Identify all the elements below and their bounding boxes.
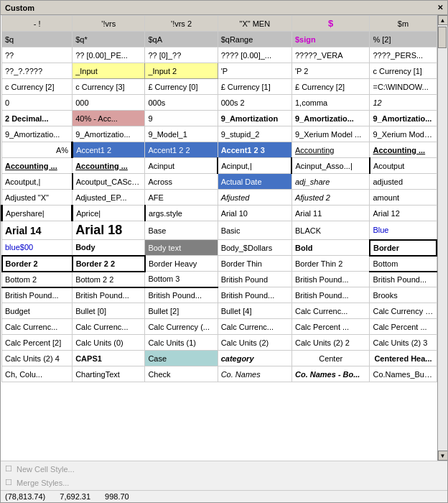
- list-item[interactable]: British Pound...: [370, 272, 437, 287]
- list-item[interactable]: 2 Decimal...: [2, 111, 73, 126]
- list-item[interactable]: 9_Amortization: [218, 111, 291, 126]
- list-item[interactable]: Arial 12: [370, 206, 437, 221]
- list-item[interactable]: Across: [145, 174, 218, 190]
- scroll-down-button[interactable]: ▼: [438, 451, 448, 461]
- vertical-scrollbar[interactable]: ▲ ▼: [437, 15, 447, 461]
- list-item[interactable]: Acinput_Asso...|: [291, 158, 369, 174]
- list-item[interactable]: 9_Xerium Model ...: [370, 126, 437, 142]
- list-item[interactable]: adjusted: [370, 174, 437, 190]
- list-item[interactable]: Bold: [291, 240, 369, 256]
- table-row[interactable]: Calc Currenc...Calc Currenc...Calc Curre…: [2, 319, 437, 335]
- list-item[interactable]: Calc Units (2) 4: [2, 351, 73, 366]
- list-item[interactable]: Bottom 3: [145, 272, 218, 287]
- list-item[interactable]: £ Currency [2]: [291, 79, 369, 95]
- list-item[interactable]: "X" MEN: [218, 16, 291, 32]
- list-item[interactable]: Bullet [0]: [73, 303, 145, 319]
- list-item[interactable]: Calc Currenc...: [73, 319, 145, 335]
- table-row[interactable]: blue$00BodyBody textBody_$DollarsBoldBor…: [2, 240, 437, 256]
- list-item[interactable]: Aprice|: [73, 206, 145, 221]
- table-row[interactable]: Calc Units (2) 4CAPS1CasecategoryCenterC…: [2, 351, 437, 366]
- list-item[interactable]: Afjusted 2: [291, 190, 369, 206]
- list-item[interactable]: Arial 11: [291, 206, 369, 221]
- list-item[interactable]: British Pound...: [145, 287, 218, 303]
- list-item[interactable]: Border Thin: [218, 256, 291, 272]
- list-item[interactable]: _Input: [73, 63, 145, 79]
- merge-styles-button[interactable]: ☐ Merge Styles...: [5, 476, 443, 489]
- list-item[interactable]: Calc Units (2) 2: [291, 335, 369, 351]
- list-item[interactable]: Border Heavy: [145, 256, 218, 272]
- table-row[interactable]: ???? [0.00]_PE...?? [0]_?????? [0.00]_..…: [2, 47, 437, 63]
- list-item[interactable]: - !: [2, 16, 73, 32]
- list-item[interactable]: adj_share: [291, 174, 369, 190]
- list-item[interactable]: Calc Percent ...: [291, 319, 369, 335]
- new-cell-style-button[interactable]: ☐ New Cell Style...: [5, 463, 443, 475]
- list-item[interactable]: $: [291, 16, 369, 32]
- list-item[interactable]: Ch, Colu...: [2, 366, 73, 382]
- list-item[interactable]: 9_Xerium Model ...: [291, 126, 369, 142]
- list-item[interactable]: ??_?.????: [2, 63, 73, 79]
- list-item[interactable]: Bottom 2 2: [73, 272, 145, 287]
- list-item[interactable]: Apershare|: [2, 206, 73, 221]
- table-row[interactable]: Ch, Colu...ChartingTextCheckCo. NamesCo.…: [2, 366, 437, 382]
- merge-styles-label[interactable]: Merge Styles...: [17, 479, 69, 487]
- list-item[interactable]: £ Currency [0]: [145, 79, 218, 95]
- list-item[interactable]: Calc Units (2): [218, 335, 291, 351]
- list-item[interactable]: Co. Names - Bo...: [291, 366, 369, 382]
- list-item[interactable]: % [2]: [370, 32, 437, 47]
- list-item[interactable]: $sign: [291, 32, 369, 47]
- list-item[interactable]: $qRange: [218, 32, 291, 47]
- table-row[interactable]: Arial 14Arial 18BaseBasicBLACKBlue: [2, 221, 437, 240]
- list-item[interactable]: 1,comma: [291, 95, 369, 111]
- list-item[interactable]: c Currency [2]: [2, 79, 73, 95]
- list-item[interactable]: category: [218, 351, 291, 366]
- list-item[interactable]: CAPS1: [73, 351, 145, 366]
- table-row[interactable]: 0000000s000s 21,comma12: [2, 95, 437, 111]
- list-item[interactable]: Calc Currenc...: [2, 319, 73, 335]
- scroll-thumb[interactable]: [438, 27, 447, 48]
- list-item[interactable]: British Pound: [218, 272, 291, 287]
- list-item[interactable]: ???? [0.00]_...: [218, 47, 291, 63]
- list-item[interactable]: '!vrs: [73, 16, 145, 32]
- list-item[interactable]: Base: [145, 221, 218, 240]
- list-item[interactable]: Accent1 2 2: [145, 142, 218, 158]
- list-item[interactable]: Brooks: [370, 287, 437, 303]
- list-item[interactable]: Calc Percent [2]: [2, 335, 73, 351]
- table-row[interactable]: Calc Percent [2]Calc Units (0)Calc Units…: [2, 335, 437, 351]
- list-item[interactable]: Accounting ...: [73, 158, 145, 174]
- table-row[interactable]: c Currency [2]c Currency [3]£ Currency […: [2, 79, 437, 95]
- list-item[interactable]: Acinput,|: [218, 158, 291, 174]
- list-item[interactable]: Calc Currency (...: [370, 303, 437, 319]
- list-item[interactable]: ChartingText: [73, 366, 145, 382]
- list-item[interactable]: British Pound...: [291, 287, 369, 303]
- list-item[interactable]: BLACK: [291, 221, 369, 240]
- list-item[interactable]: 9_Amortizatio...: [73, 126, 145, 142]
- table-row[interactable]: British Pound...British Pound...British …: [2, 287, 437, 303]
- list-item[interactable]: 000: [73, 95, 145, 111]
- list-item[interactable]: Co. Names: [218, 366, 291, 382]
- list-item[interactable]: c Currency [3]: [73, 79, 145, 95]
- list-item[interactable]: '!vrs 2: [145, 16, 218, 32]
- list-item[interactable]: AFE: [145, 190, 218, 206]
- list-item[interactable]: 'P: [218, 63, 291, 79]
- table-row[interactable]: BudgetBullet [0]Bullet [2]Bullet [4]Calc…: [2, 303, 437, 319]
- table-row[interactable]: Border 2Border 2 2Border HeavyBorder Thi…: [2, 256, 437, 272]
- table-row[interactable]: $q$q*$qA$qRange$sign% [2]: [2, 32, 437, 47]
- list-item[interactable]: Basic: [218, 221, 291, 240]
- list-item[interactable]: Calc Units (2) 3: [370, 335, 437, 351]
- list-item[interactable]: Accounting ...: [370, 142, 437, 158]
- list-item[interactable]: =C:\WINDOW...: [370, 79, 437, 95]
- list-item[interactable]: British Pound...: [2, 287, 73, 303]
- list-item[interactable]: 000s 2: [218, 95, 291, 111]
- list-item[interactable]: Calc Units (0): [73, 335, 145, 351]
- window-controls[interactable]: ✕: [437, 4, 443, 11]
- table-row[interactable]: Accounting ...Accounting ...AcinputAcinp…: [2, 158, 437, 174]
- list-item[interactable]: $qA: [145, 32, 218, 47]
- list-item[interactable]: Bullet [4]: [218, 303, 291, 319]
- list-item[interactable]: Co.Names_Buildup...: [370, 366, 437, 382]
- list-item[interactable]: Check: [145, 366, 218, 382]
- list-item[interactable]: $m: [370, 16, 437, 32]
- list-item[interactable]: Calc Percent ...: [370, 319, 437, 335]
- list-item[interactable]: Centered Hea...: [370, 351, 437, 366]
- list-item[interactable]: Calc Units (1): [145, 335, 218, 351]
- list-item[interactable]: 9_Amortizatio...: [291, 111, 369, 126]
